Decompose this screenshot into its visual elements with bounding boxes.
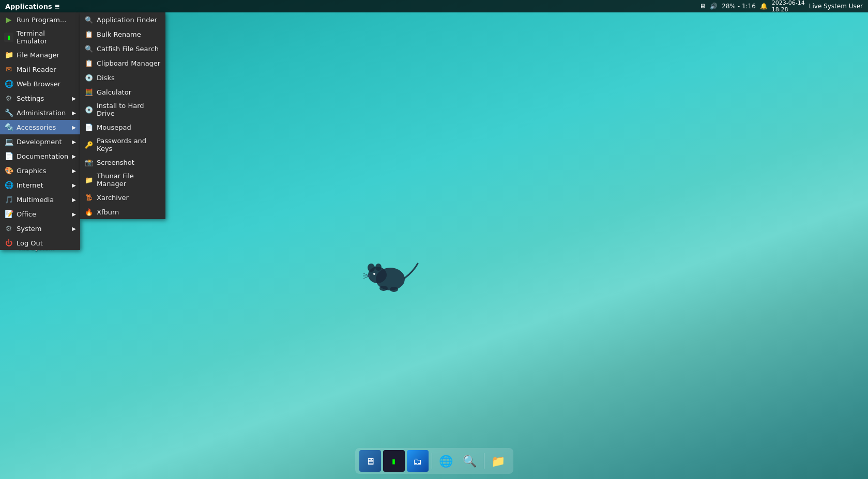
submenu-item-xfburn[interactable]: 🔥 Xfburn — [80, 205, 165, 219]
submenu-item-catfish[interactable]: 🔍 Catfish File Search — [80, 41, 165, 56]
development-icon: 💻 — [4, 137, 13, 146]
install-label: Install to Hard Drive — [97, 102, 161, 117]
submenu-item-thunar[interactable]: 📁 Thunar File Manager — [80, 169, 165, 190]
submenu-item-mousepad[interactable]: 📄 Mousepad — [80, 120, 165, 134]
submenu-item-galculator[interactable]: 🧮 Galculator — [80, 85, 165, 99]
web-browser-icon: 🌐 — [4, 79, 13, 88]
development-arrow: ▶ — [72, 139, 76, 145]
menu-item-multimedia[interactable]: 🎵 Multimedia ▶ — [0, 192, 80, 207]
taskbar-separator — [432, 453, 432, 469]
terminal-label: Terminal Emulator — [17, 29, 76, 45]
topbar-icon-display: 🖥 — [699, 3, 706, 10]
terminal-icon-taskbar: ▮ — [391, 456, 397, 466]
menu-item-logout[interactable]: ⏻ Log Out — [0, 236, 80, 250]
menu-item-settings[interactable]: ⚙ Settings ▶ — [0, 91, 80, 105]
internet-label: Internet — [17, 181, 43, 189]
app-menu: ▶ Run Program... ▮ Terminal Emulator 📁 F… — [0, 12, 80, 250]
svg-line-8 — [363, 276, 369, 279]
office-label: Office — [17, 210, 36, 218]
svg-point-10 — [390, 287, 398, 292]
taskbar-search[interactable]: 🔍 — [459, 450, 481, 472]
bulk-rename-icon: 📋 — [84, 29, 94, 39]
xfburn-label: Xfburn — [97, 208, 119, 216]
menu-item-internet[interactable]: 🌐 Internet ▶ — [0, 178, 80, 192]
menu-item-accessories[interactable]: 🔩 Accessories ▶ — [0, 120, 80, 134]
accessories-icon: 🔩 — [4, 122, 13, 132]
menu-item-documentation[interactable]: 📄 Documentation ▶ — [0, 149, 80, 163]
logout-label: Log Out — [17, 239, 43, 247]
thunar-label: Thunar File Manager — [97, 172, 161, 188]
passwords-label: Passwords and Keys — [97, 137, 161, 152]
submenu-item-install[interactable]: 💿 Install to Hard Drive — [80, 99, 165, 120]
taskbar-browser[interactable]: 🌐 — [435, 450, 457, 472]
menu-item-mail-reader[interactable]: ✉ Mail Reader — [0, 62, 80, 76]
submenu-item-xarchiver[interactable]: 🗜 Xarchiver — [80, 190, 165, 205]
taskbar-terminal[interactable]: ▮ — [383, 450, 405, 472]
graphics-icon: 🎨 — [4, 166, 13, 175]
topbar-datetime: 2023-06-14 18:28 — [772, 0, 805, 13]
galculator-label: Galculator — [97, 88, 131, 96]
submenu-item-passwords[interactable]: 🔑 Passwords and Keys — [80, 134, 165, 155]
system-label: System — [17, 225, 41, 233]
disks-icon: 💿 — [84, 73, 94, 82]
menu-item-terminal[interactable]: ▮ Terminal Emulator — [0, 27, 80, 48]
taskbar-folder[interactable]: 📁 — [488, 450, 509, 472]
menu-item-system[interactable]: ⚙ System ▶ — [0, 221, 80, 236]
multimedia-arrow: ▶ — [72, 197, 76, 203]
menu-item-file-manager[interactable]: 📁 File Manager — [0, 48, 80, 62]
logout-icon: ⏻ — [4, 238, 13, 248]
catfish-icon: 🔍 — [84, 44, 94, 53]
taskbar: 🖥 ▮ 🗂 🌐 🔍 📁 — [355, 448, 513, 474]
menu-item-run-program[interactable]: ▶ Run Program... — [0, 12, 80, 27]
graphics-label: Graphics — [17, 167, 46, 175]
app-finder-icon: 🔍 — [84, 15, 94, 24]
office-icon: 📝 — [4, 209, 13, 219]
accessories-label: Accessories — [17, 123, 56, 131]
taskbar-show-desktop[interactable]: 🖥 — [359, 450, 381, 472]
svg-point-4 — [373, 273, 375, 275]
clipboard-label: Clipboard Manager — [97, 59, 160, 67]
file-manager-label: File Manager — [17, 51, 59, 59]
web-browser-label: Web Browser — [17, 80, 60, 88]
submenu-item-disks[interactable]: 💿 Disks — [80, 70, 165, 85]
menu-item-web-browser[interactable]: 🌐 Web Browser — [0, 76, 80, 91]
documentation-arrow: ▶ — [72, 153, 76, 159]
svg-point-9 — [379, 286, 388, 291]
app-finder-label: Application Finder — [97, 16, 157, 24]
system-arrow: ▶ — [72, 226, 76, 231]
run-program-icon: ▶ — [4, 15, 13, 24]
browser-icon: 🌐 — [439, 455, 453, 468]
submenu-item-app-finder[interactable]: 🔍 Application Finder — [80, 12, 165, 27]
submenu-item-clipboard[interactable]: 📋 Clipboard Manager — [80, 56, 165, 70]
folder-icon: 📁 — [491, 455, 505, 468]
svg-line-6 — [363, 273, 369, 275]
topbar-icon-volume: 🔊 — [710, 3, 718, 10]
galculator-icon: 🧮 — [84, 87, 94, 97]
multimedia-icon: 🎵 — [4, 195, 13, 204]
search-icon: 🔍 — [463, 455, 477, 468]
xfburn-icon: 🔥 — [84, 207, 94, 217]
mousepad-icon: 📄 — [84, 122, 94, 132]
install-icon: 💿 — [84, 105, 94, 114]
xarchiver-label: Xarchiver — [97, 194, 129, 202]
submenu-item-bulk-rename[interactable]: 📋 Bulk Rename — [80, 27, 165, 41]
internet-arrow: ▶ — [72, 182, 76, 188]
applications-menu-button[interactable]: Applications ≡ — [0, 0, 65, 12]
submenu-item-screenshot[interactable]: 📸 Screenshot — [80, 155, 165, 169]
topbar-battery: 28% - 1:16 — [722, 3, 756, 10]
menu-item-administration[interactable]: 🔧 Administration ▶ — [0, 105, 80, 120]
menu-item-graphics[interactable]: 🎨 Graphics ▶ — [0, 163, 80, 178]
screenshot-icon: 📸 — [84, 158, 94, 167]
settings-icon: ⚙ — [4, 94, 13, 103]
taskbar-files[interactable]: 🗂 — [407, 450, 429, 472]
topbar-user: Live System User — [809, 3, 863, 10]
bulk-rename-label: Bulk Rename — [97, 30, 141, 38]
menu-item-development[interactable]: 💻 Development ▶ — [0, 134, 80, 149]
show-desktop-icon: 🖥 — [366, 456, 375, 467]
mousepad-label: Mousepad — [97, 123, 131, 131]
graphics-arrow: ▶ — [72, 168, 76, 174]
accessories-submenu: 🔍 Application Finder 📋 Bulk Rename 🔍 Cat… — [80, 12, 165, 219]
menu-item-office[interactable]: 📝 Office ▶ — [0, 207, 80, 221]
terminal-icon: ▮ — [4, 33, 13, 42]
development-label: Development — [17, 138, 62, 146]
